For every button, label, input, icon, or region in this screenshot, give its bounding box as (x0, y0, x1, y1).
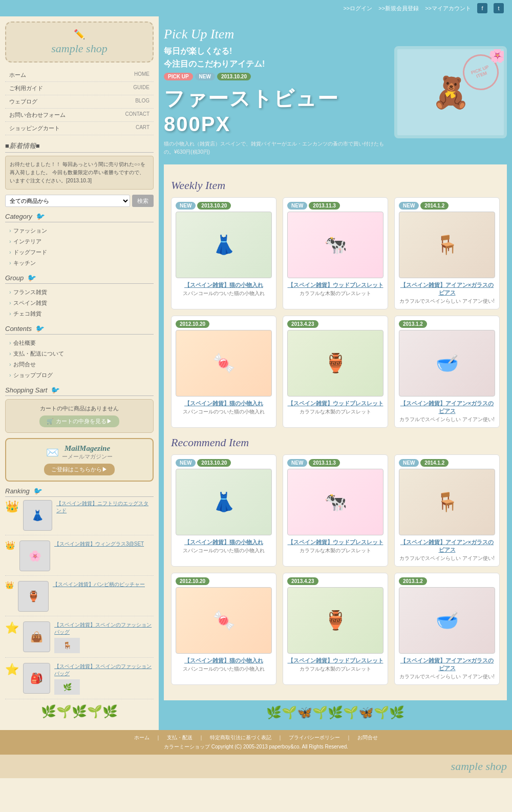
r4-desc: スパンコールのついた猫の小物入れ (176, 665, 272, 673)
twitter-icon[interactable]: t (494, 3, 504, 13)
ranking-item-3: 👑 🏺 【スペイン雑貨】バンビ柄のピッチャー (5, 581, 154, 616)
rec-item-2: NEW 2013.11.3 🐄 【スペイン雑貨】ウッドブレスレット カラフルな木… (283, 454, 388, 567)
nav-home[interactable]: ホームHOME (5, 69, 154, 82)
w5-name[interactable]: 【スペイン雑貨】ウッドブレスレット (287, 400, 383, 407)
weekly-item-2: NEW 2013.11.3 🐄 【スペイン雑貨】ウッドブレスレット カラフルな木… (283, 197, 388, 309)
rec-item-1: NEW 2013.10.20 👗 【スペイン雑貨】猫の小物入れ スパンコールのつ… (171, 454, 276, 567)
mail-subtitle: ーメールマガジンー (62, 453, 113, 461)
bird-deco-icon: 🐦 (27, 274, 35, 282)
r6-name[interactable]: 【スペイン雑貨】アイアン×ガラスのピアス (399, 657, 495, 672)
rank-2-label[interactable]: 【スペイン雑貨】ウィングラス3@SET (54, 540, 144, 548)
w2-img: 🐄 (287, 212, 383, 278)
rank-5-img: 🎒 (23, 663, 50, 694)
rank-3-label[interactable]: 【スペイン雑貨】バンビ柄のピッチャー (53, 581, 145, 588)
facebook-icon[interactable]: f (477, 3, 487, 13)
shopping-bird-icon: 🐦 (50, 386, 59, 394)
footer-shipping[interactable]: 支払・配送 (167, 734, 193, 741)
w4-name[interactable]: 【スペイン雑貨】猫の小物入れ (176, 400, 272, 407)
rank-1-label[interactable]: 【スペイン雑貨】ニフトリのエッグスタンド (56, 500, 154, 514)
weekly-title: Weekly Item (171, 179, 500, 192)
r4-name[interactable]: 【スペイン雑貨】猫の小物入れ (176, 657, 272, 664)
content-area: Weekly Item NEW 2013.10.20 👗 【スペイン雑貨】猫の小… (164, 164, 507, 700)
register-link[interactable]: >>新規会員登録 (378, 5, 419, 12)
bird-icon: 🐦 (35, 212, 44, 220)
w4-desc: スパンコールのついた猫の小物入れ (176, 408, 272, 415)
r3-badge-new: NEW (399, 459, 419, 467)
cat-fashion[interactable]: ファッション (5, 225, 154, 236)
ranking-bird-icon: 🐦 (33, 487, 41, 495)
footer-logo: sample shop (0, 755, 512, 778)
pickup-headline2: 今注目のこだわりアイテム! (164, 59, 389, 70)
pickup-badge-new: NEW (195, 73, 215, 80)
group-czech[interactable]: チェコ雑貨 (5, 308, 154, 319)
w6-name[interactable]: 【スペイン雑貨】アイアン×ガラスのピアス (399, 400, 495, 415)
pickup-title: Pick Up Item (164, 27, 507, 42)
w1-name[interactable]: 【スペイン雑貨】猫の小物入れ (176, 281, 272, 289)
rank-4-label[interactable]: 【スペイン雑貨】スペインのファッションバッグ (54, 622, 152, 635)
search-select[interactable]: 全ての商品から (5, 195, 130, 207)
cart-link[interactable]: 🛒 カートの中身を見る▶ (39, 415, 119, 427)
sidebar: ✏️ sample shop ホームHOME ご利用ガイドGUIDE ウェブログ… (0, 16, 159, 730)
contents-shipping[interactable]: 支払・配送について (5, 348, 154, 359)
w2-badge-date: 2013.11.3 (309, 202, 340, 210)
mail-register-button[interactable]: ご登録はこちらから▶ (44, 464, 115, 475)
footer-home[interactable]: ホーム (134, 734, 150, 741)
rank-1-img: 👗 (23, 500, 52, 531)
cat-interior[interactable]: インテリア (5, 236, 154, 247)
r3-img: 🪑 (399, 469, 495, 535)
pickup-big-text: ファーストビュー800PX (164, 85, 389, 136)
group-title: Group 🐦 (5, 274, 154, 284)
ranking-item-5: ⭐ 🎒 【スペイン雑貨】スペインのファッションバッグ 🌿 (5, 663, 154, 699)
bottom-deco: 🌿🌱🌿🌱🌿 (5, 704, 154, 719)
rec-item-3: NEW 2014.1.2 🪑 【スペイン雑貨】アイアン×ガラスのピアス カラフル… (394, 454, 500, 567)
group-spain[interactable]: スペイン雑貨 (5, 298, 154, 308)
nav-contact[interactable]: お問い合わせフォームCONTACT (5, 109, 154, 122)
nav-guide[interactable]: ご利用ガイドGUIDE (5, 82, 154, 95)
footer-copyright: カラーミーショップ Copyright (C) 2005-2013 paperb… (8, 743, 504, 751)
w4-img: 🍬 (176, 330, 272, 397)
r5-name[interactable]: 【スペイン雑貨】ウッドブレスレット (287, 657, 383, 664)
r5-badge-date: 2013.4.23 (287, 577, 318, 585)
r3-badge-date: 2014.1.2 (420, 459, 449, 467)
search-button[interactable]: 検索 (132, 195, 154, 207)
contents-company[interactable]: 会社概要 (5, 338, 154, 348)
login-link[interactable]: >>ログイン (343, 5, 372, 12)
weekly-item-1: NEW 2013.10.20 👗 【スペイン雑貨】猫の小物入れ スパンコールのつ… (171, 197, 276, 309)
group-france[interactable]: フランス雑貨 (5, 287, 154, 298)
account-link[interactable]: >>マイアカウント (425, 5, 471, 12)
ranking-title: Ranking 🐦 (5, 487, 154, 497)
footer-contact[interactable]: お問合せ (357, 734, 378, 741)
r4-badge-date: 2012.10.20 (176, 577, 209, 585)
contents-shopblog[interactable]: ショップブログ (5, 370, 154, 381)
rank-4-img: 👜 (23, 621, 50, 652)
mail-title: MailMagezine (62, 444, 113, 453)
footer-tokusho[interactable]: 特定商取引法に基づく表記 (210, 734, 271, 741)
weekly-items-grid: NEW 2013.10.20 👗 【スペイン雑貨】猫の小物入れ スパンコールのつ… (171, 197, 500, 428)
w6-desc: カラフルでスペインらしい アイアン使い! (399, 416, 495, 423)
cat-dogfood[interactable]: ドッグフード (5, 247, 154, 258)
ranking-item-2: 👑 🌸 【スペイン雑貨】ウィングラス3@SET (5, 540, 154, 576)
sidebar-nav: ホームHOME ご利用ガイドGUIDE ウェブログBLOG お問い合わせフォーム… (5, 69, 154, 135)
w2-name[interactable]: 【スペイン雑貨】ウッドブレスレット (287, 281, 383, 289)
r3-name[interactable]: 【スペイン雑貨】アイアン×ガラスのピアス (399, 538, 495, 554)
recommend-items-grid: NEW 2013.10.20 👗 【スペイン雑貨】猫の小物入れ スパンコールのつ… (171, 454, 500, 685)
footer-privacy[interactable]: プライバシーポリシー (289, 734, 340, 741)
rec-item-4: 2012.10.20 🍬 【スペイン雑貨】猫の小物入れ スパンコールのついた猫の… (171, 573, 276, 685)
cat-kitchen[interactable]: キッチン (5, 258, 154, 268)
r1-name[interactable]: 【スペイン雑貨】猫の小物入れ (176, 538, 272, 546)
r6-img: 🥣 (399, 587, 495, 654)
news-section-title: ■新着情報■ (5, 141, 154, 153)
w1-badge-date: 2013.10.20 (197, 202, 231, 210)
r2-name[interactable]: 【スペイン雑貨】ウッドブレスレット (287, 538, 383, 546)
w3-name[interactable]: 【スペイン雑貨】アイアン×ガラスのピアス (399, 281, 495, 297)
r1-badge-new: NEW (176, 459, 196, 467)
sidebar-logo: ✏️ sample shop (5, 22, 154, 63)
contents-contact[interactable]: お問合せ (5, 359, 154, 370)
nav-cart[interactable]: ショッピングカートCART (5, 122, 154, 135)
pickup-badge-date: 2013.10.20 (217, 73, 251, 80)
rank-5-label[interactable]: 【スペイン雑貨】スペインのファッションバッグ (54, 663, 152, 676)
w6-badge-date: 2013.1.2 (399, 320, 427, 328)
search-row: 全ての商品から 検索 (5, 195, 154, 207)
nav-blog[interactable]: ウェブログBLOG (5, 95, 154, 109)
w3-img: 🪑 (399, 212, 495, 278)
